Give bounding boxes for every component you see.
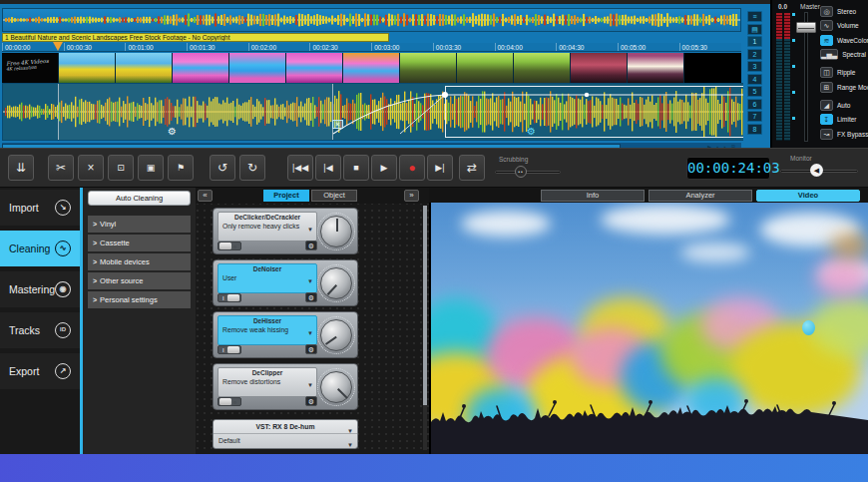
chevron-right-icon: > — [93, 240, 97, 246]
previous-button[interactable]: |◀ — [315, 155, 341, 181]
dropdown-arrow-icon[interactable]: ▼ — [347, 438, 353, 452]
spectral-icon: ▂▅▃ — [820, 49, 838, 60]
module-amount-knob[interactable] — [317, 368, 355, 406]
volume-button[interactable]: ∿Volume — [820, 20, 868, 32]
preview-panel: Info Analyzer Video — [429, 188, 868, 454]
volume-envelope[interactable] — [3, 84, 767, 140]
track-number-button[interactable]: 4 — [747, 74, 762, 85]
module-power-toggle[interactable] — [217, 241, 241, 250]
tab-project[interactable]: Project — [263, 190, 309, 202]
video-preview[interactable] — [431, 203, 868, 454]
track-view-button[interactable]: ≡ — [747, 11, 762, 22]
next-button[interactable]: ▶| — [427, 155, 453, 181]
track-number-button[interactable]: 7 — [747, 111, 762, 122]
wavecolor-button[interactable]: ≋WaveColor — [820, 34, 868, 46]
category-cassette[interactable]: >Cassette — [88, 235, 191, 251]
crowd-silhouette — [431, 392, 868, 454]
tab-object[interactable]: Object — [311, 190, 357, 202]
tab-video[interactable]: Video — [756, 190, 860, 202]
track-number-button[interactable]: 3 — [747, 61, 762, 72]
snapshot-button[interactable]: ⊡ — [108, 155, 134, 181]
spectral-button[interactable]: ▂▅▃Spectral — [820, 49, 868, 61]
ripple-button[interactable]: ◫Ripple — [820, 67, 868, 79]
ruler-tick: 00:01:30 — [187, 43, 248, 51]
timecode-display: 00:00:24:03 — [686, 157, 770, 180]
undo-button[interactable]: ↺ — [210, 155, 235, 181]
bottom-accent-bar — [0, 454, 868, 482]
category-mobile-devices[interactable]: >Mobile devices — [88, 253, 191, 270]
collapse-left-button[interactable]: « — [198, 190, 213, 202]
monitor-slider-handle[interactable]: ◀ — [810, 164, 823, 177]
dropdown-arrow-icon[interactable]: ▼ — [307, 382, 313, 388]
crossfade-icon[interactable] — [332, 120, 343, 129]
effects-scrollbar[interactable] — [423, 206, 427, 450]
object-fx-gear-icon[interactable]: ⚙ — [527, 126, 536, 137]
redo-button[interactable]: ↻ — [239, 155, 265, 181]
arranger-timeline-area: 1 Beautiful Nature and Scenic Landscapes… — [0, 0, 770, 148]
module-amount-knob[interactable] — [317, 316, 355, 354]
module-amount-knob[interactable] — [317, 264, 355, 302]
sidebar-item-import[interactable]: Import ↘ — [0, 190, 80, 226]
master-fader-handle[interactable] — [796, 22, 816, 33]
overview-waveform-strip[interactable] — [2, 8, 741, 32]
stereo-button[interactable]: ◎Stereo — [820, 5, 868, 17]
delete-button[interactable]: × — [78, 155, 104, 181]
expand-right-button[interactable]: » — [404, 190, 419, 202]
video-thumbnail — [173, 53, 229, 83]
range-mode-button[interactable]: ⊞Range Mode — [820, 81, 868, 93]
module-title: VST: RX 8 De-hum — [256, 423, 315, 430]
track-number-button[interactable]: 2 — [747, 49, 762, 60]
timeline-ruler[interactable]: 00:00:00 00:00:30 00:01:00 00:01:30 00:0… — [2, 43, 741, 52]
category-vinyl[interactable]: >Vinyl — [88, 216, 191, 233]
ruler-tick: 00:05:00 — [618, 43, 679, 51]
dropdown-arrow-icon[interactable]: ▼ — [307, 330, 313, 336]
limiter-button[interactable]: ↧Limiter — [820, 114, 868, 126]
dropdown-arrow-icon[interactable]: ▼ — [307, 227, 313, 233]
module-settings-gear-icon[interactable]: ⚙ — [305, 241, 317, 250]
module-power-toggle[interactable] — [217, 293, 241, 302]
track-number-button[interactable]: 6 — [747, 99, 762, 110]
track-view-button[interactable]: ▤ — [747, 24, 762, 35]
module-amount-knob[interactable] — [317, 213, 355, 250]
module-settings-gear-icon[interactable]: ⚙ — [305, 292, 317, 302]
video-thumbnail — [457, 53, 514, 83]
cut-button[interactable]: ✂ — [48, 155, 74, 181]
marker-flag-button[interactable]: ⚑ — [168, 155, 194, 181]
loop-button[interactable]: ⇄ — [459, 155, 485, 181]
video-thumbnail-track[interactable]: Free 4K Videos 4K relaxation — [2, 53, 741, 83]
collapse-arranger-button[interactable]: ⇊ — [8, 155, 34, 181]
tab-analyzer[interactable]: Analyzer — [649, 190, 752, 202]
track-number-button[interactable]: 1 — [747, 36, 762, 47]
module-power-toggle[interactable] — [217, 397, 241, 406]
module-settings-gear-icon[interactable]: ⚙ — [305, 396, 317, 406]
tab-info[interactable]: Info — [541, 190, 645, 202]
auto-button[interactable]: ◢Auto — [820, 99, 868, 111]
module-settings-gear-icon[interactable]: ⚙ — [305, 344, 317, 354]
fx-bypass-button[interactable]: ↝FX Bypass — [820, 129, 868, 141]
category-personal-settings[interactable]: >Personal settings — [88, 291, 191, 308]
play-button[interactable]: ▶ — [371, 155, 397, 181]
category-other-source[interactable]: >Other source — [88, 272, 191, 289]
duplicate-button[interactable]: ▣ — [138, 155, 164, 181]
sidebar-item-cleaning[interactable]: Cleaning ∿ — [0, 231, 80, 266]
sidebar-item-mastering[interactable]: Mastering ◉ — [0, 271, 80, 307]
skip-to-start-button[interactable]: |◀◀ — [287, 155, 313, 181]
stop-button[interactable]: ■ — [343, 155, 369, 181]
scrubbing-slider-handle[interactable]: •• — [515, 166, 527, 178]
object-fx-gear-icon[interactable]: ⚙ — [168, 126, 177, 137]
preset-value: Remove distortions — [222, 378, 304, 386]
mastering-icon: ◉ — [55, 281, 71, 297]
sidebar-item-export[interactable]: Export ↗ — [0, 353, 80, 389]
record-button[interactable]: ● — [399, 155, 425, 181]
overview-waveform — [3, 9, 740, 31]
track-number-button[interactable]: 5 — [747, 86, 762, 97]
auto-cleaning-button[interactable]: Auto Cleaning — [88, 191, 191, 206]
sidebar-item-tracks[interactable]: Tracks ID — [0, 312, 80, 348]
master-panel: 0.0 Master ◎Stereo ∿Volume ≋WaveColor ▂▅… — [770, 0, 868, 148]
scrubbing-slider[interactable] — [495, 171, 561, 174]
dropdown-arrow-icon[interactable]: ▼ — [307, 278, 313, 284]
audio-waveform-track[interactable]: ⚙ ⚙ — [2, 83, 768, 141]
playhead-marker[interactable] — [53, 42, 63, 51]
track-number-button[interactable]: 8 — [747, 124, 762, 135]
module-power-toggle[interactable] — [217, 345, 241, 354]
